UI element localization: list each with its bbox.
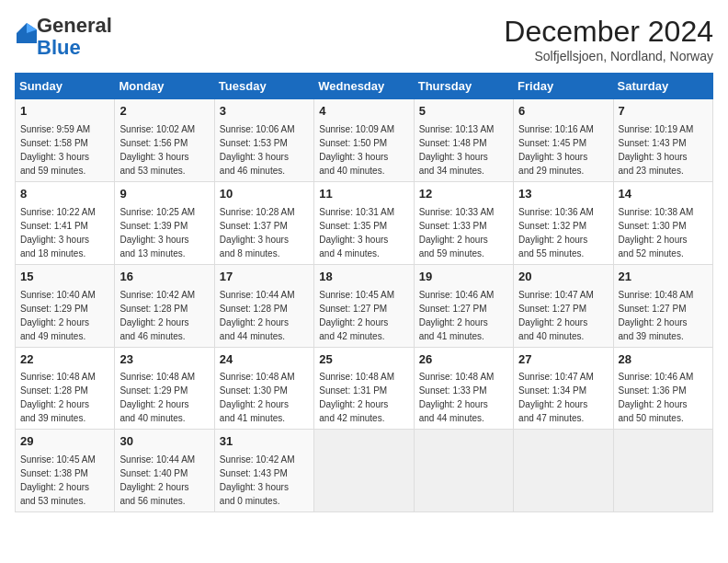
day-number: 16 <box>119 269 209 286</box>
day-number: 12 <box>419 186 508 203</box>
table-row: 26Sunrise: 10:48 AM Sunset: 1:33 PM Dayl… <box>414 347 513 430</box>
day-info: Sunrise: 10:33 AM Sunset: 1:33 PM Daylig… <box>419 205 508 260</box>
day-info: Sunrise: 10:40 AM Sunset: 1:29 PM Daylig… <box>20 288 109 343</box>
col-saturday: Saturday <box>613 74 712 99</box>
day-number: 2 <box>119 103 209 121</box>
table-row: 30Sunrise: 10:44 AM Sunset: 1:40 PM Dayl… <box>115 430 214 512</box>
day-number: 31 <box>220 433 309 451</box>
table-row: 25Sunrise: 10:48 AM Sunset: 1:31 PM Dayl… <box>314 347 414 430</box>
day-info: Sunrise: 10:48 AM Sunset: 1:29 PM Daylig… <box>119 370 209 425</box>
day-number: 13 <box>518 186 608 203</box>
table-row: 13Sunrise: 10:36 AM Sunset: 1:32 PM Dayl… <box>514 181 613 264</box>
day-info: Sunrise: 10:13 AM Sunset: 1:48 PM Daylig… <box>419 122 508 178</box>
day-info: Sunrise: 10:25 AM Sunset: 1:39 PM Daylig… <box>119 205 209 260</box>
logo-blue: Blue <box>37 36 81 59</box>
day-number: 15 <box>20 269 109 286</box>
day-info: Sunrise: 10:45 AM Sunset: 1:38 PM Daylig… <box>20 453 109 508</box>
table-row: 14Sunrise: 10:38 AM Sunset: 1:30 PM Dayl… <box>613 181 712 264</box>
day-number: 24 <box>220 351 309 369</box>
day-info: Sunrise: 10:42 AM Sunset: 1:28 PM Daylig… <box>119 288 209 343</box>
col-thursday: Thursday <box>414 74 513 99</box>
calendar-week-row: 15Sunrise: 10:40 AM Sunset: 1:29 PM Dayl… <box>16 264 713 347</box>
day-info: Sunrise: 10:42 AM Sunset: 1:43 PM Daylig… <box>220 453 309 508</box>
day-number: 10 <box>220 186 309 203</box>
day-number: 20 <box>518 269 608 286</box>
day-number: 30 <box>119 433 209 451</box>
day-number: 21 <box>619 269 708 286</box>
day-number: 25 <box>319 351 408 369</box>
day-number: 26 <box>419 351 508 369</box>
table-row <box>514 430 613 512</box>
calendar-header-row: Sunday Monday Tuesday Wednesday Thursday… <box>16 74 713 99</box>
table-row <box>613 430 712 512</box>
day-number: 7 <box>619 103 708 121</box>
table-row: 28Sunrise: 10:46 AM Sunset: 1:36 PM Dayl… <box>613 347 712 430</box>
day-info: Sunrise: 10:22 AM Sunset: 1:41 PM Daylig… <box>20 205 109 260</box>
table-row: 9Sunrise: 10:25 AM Sunset: 1:39 PM Dayli… <box>115 181 214 264</box>
day-info: Sunrise: 10:02 AM Sunset: 1:56 PM Daylig… <box>119 122 209 178</box>
table-row: 16Sunrise: 10:42 AM Sunset: 1:28 PM Dayl… <box>115 264 214 347</box>
day-number: 14 <box>619 186 708 203</box>
table-row: 4Sunrise: 10:09 AM Sunset: 1:50 PM Dayli… <box>314 99 414 182</box>
table-row: 20Sunrise: 10:47 AM Sunset: 1:27 PM Dayl… <box>514 264 613 347</box>
day-number: 9 <box>119 186 209 203</box>
day-number: 6 <box>518 103 608 121</box>
day-number: 28 <box>619 351 708 369</box>
day-info: Sunrise: 10:28 AM Sunset: 1:37 PM Daylig… <box>220 205 309 260</box>
table-row: 10Sunrise: 10:28 AM Sunset: 1:37 PM Dayl… <box>214 181 313 264</box>
day-info: Sunrise: 10:38 AM Sunset: 1:30 PM Daylig… <box>619 205 708 260</box>
day-info: Sunrise: 10:09 AM Sunset: 1:50 PM Daylig… <box>319 122 408 178</box>
day-info: Sunrise: 10:31 AM Sunset: 1:35 PM Daylig… <box>319 205 408 260</box>
day-info: Sunrise: 10:46 AM Sunset: 1:27 PM Daylig… <box>419 288 508 343</box>
day-number: 29 <box>20 433 109 451</box>
day-number: 27 <box>518 351 608 369</box>
table-row: 22Sunrise: 10:48 AM Sunset: 1:28 PM Dayl… <box>16 347 115 430</box>
calendar-table: Sunday Monday Tuesday Wednesday Thursday… <box>15 73 713 512</box>
page: General Blue December 2024 Solfjellsjoen… <box>0 0 728 522</box>
day-info: Sunrise: 10:48 AM Sunset: 1:27 PM Daylig… <box>619 288 708 343</box>
calendar-week-row: 22Sunrise: 10:48 AM Sunset: 1:28 PM Dayl… <box>16 347 713 430</box>
col-monday: Monday <box>115 74 214 99</box>
day-number: 18 <box>319 269 408 286</box>
day-info: Sunrise: 10:16 AM Sunset: 1:45 PM Daylig… <box>518 122 608 178</box>
day-info: Sunrise: 10:06 AM Sunset: 1:53 PM Daylig… <box>220 122 309 178</box>
day-info: Sunrise: 10:48 AM Sunset: 1:28 PM Daylig… <box>20 370 109 425</box>
day-number: 17 <box>220 269 309 286</box>
col-sunday: Sunday <box>16 74 115 99</box>
day-number: 5 <box>419 103 508 121</box>
day-info: Sunrise: 10:48 AM Sunset: 1:31 PM Daylig… <box>319 370 408 425</box>
day-info: Sunrise: 9:59 AM Sunset: 1:58 PM Dayligh… <box>20 122 109 178</box>
logo: General Blue <box>15 15 112 59</box>
day-info: Sunrise: 10:19 AM Sunset: 1:43 PM Daylig… <box>619 122 708 178</box>
col-tuesday: Tuesday <box>214 74 313 99</box>
day-number: 8 <box>20 186 109 203</box>
day-number: 4 <box>319 103 408 121</box>
table-row <box>314 430 414 512</box>
table-row: 17Sunrise: 10:44 AM Sunset: 1:28 PM Dayl… <box>214 264 313 347</box>
table-row: 31Sunrise: 10:42 AM Sunset: 1:43 PM Dayl… <box>214 430 313 512</box>
table-row: 19Sunrise: 10:46 AM Sunset: 1:27 PM Dayl… <box>414 264 513 347</box>
day-info: Sunrise: 10:48 AM Sunset: 1:33 PM Daylig… <box>419 370 508 425</box>
table-row: 29Sunrise: 10:45 AM Sunset: 1:38 PM Dayl… <box>16 430 115 512</box>
header: General Blue December 2024 Solfjellsjoen… <box>15 15 713 63</box>
title-block: December 2024 Solfjellsjoen, Nordland, N… <box>504 15 713 63</box>
calendar-week-row: 29Sunrise: 10:45 AM Sunset: 1:38 PM Dayl… <box>16 430 713 512</box>
table-row: 5Sunrise: 10:13 AM Sunset: 1:48 PM Dayli… <box>414 99 513 182</box>
table-row: 3Sunrise: 10:06 AM Sunset: 1:53 PM Dayli… <box>214 99 313 182</box>
table-row: 6Sunrise: 10:16 AM Sunset: 1:45 PM Dayli… <box>514 99 613 182</box>
logo-text: General Blue <box>37 15 112 59</box>
day-info: Sunrise: 10:46 AM Sunset: 1:36 PM Daylig… <box>619 370 708 425</box>
table-row: 27Sunrise: 10:47 AM Sunset: 1:34 PM Dayl… <box>514 347 613 430</box>
table-row <box>414 430 513 512</box>
logo-general: General <box>37 14 112 37</box>
table-row: 11Sunrise: 10:31 AM Sunset: 1:35 PM Dayl… <box>314 181 414 264</box>
day-info: Sunrise: 10:44 AM Sunset: 1:40 PM Daylig… <box>119 453 209 508</box>
day-number: 19 <box>419 269 508 286</box>
day-number: 1 <box>20 103 109 121</box>
table-row: 2Sunrise: 10:02 AM Sunset: 1:56 PM Dayli… <box>115 99 214 182</box>
day-number: 3 <box>220 103 309 121</box>
logo-icon <box>17 23 37 43</box>
table-row: 1Sunrise: 9:59 AM Sunset: 1:58 PM Daylig… <box>16 99 115 182</box>
day-info: Sunrise: 10:44 AM Sunset: 1:28 PM Daylig… <box>220 288 309 343</box>
day-info: Sunrise: 10:36 AM Sunset: 1:32 PM Daylig… <box>518 205 608 260</box>
